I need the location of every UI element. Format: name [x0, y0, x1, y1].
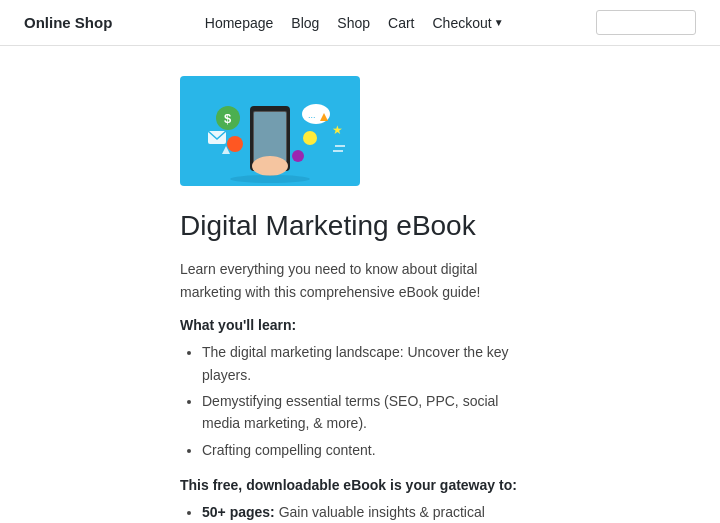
site-header: Online Shop Homepage Blog Shop Cart Chec…: [0, 0, 720, 46]
nav-homepage[interactable]: Homepage: [205, 15, 274, 31]
svg-text:...: ...: [308, 110, 316, 120]
svg-text:★: ★: [332, 123, 343, 137]
svg-rect-4: [256, 158, 284, 172]
svg-rect-2: [254, 112, 286, 162]
site-logo: Online Shop: [24, 14, 112, 31]
nav-blog[interactable]: Blog: [291, 15, 319, 31]
pages-bold-label: 50+ pages:: [202, 504, 275, 520]
gateway-list: 50+ pages: Gain valuable insights & prac…: [180, 501, 540, 523]
svg-point-18: [230, 175, 310, 183]
page-wrapper: $ ... ★: [0, 46, 720, 523]
main-nav: Homepage Blog Shop Cart Checkout ▼: [205, 15, 504, 31]
search-box[interactable]: [596, 10, 696, 35]
svg-point-10: [303, 131, 317, 145]
product-image: $ ... ★: [180, 76, 360, 186]
section1-heading: What you'll learn:: [180, 317, 540, 333]
product-content: $ ... ★: [160, 76, 560, 523]
search-input[interactable]: [596, 10, 696, 35]
product-title: Digital Marketing eBook: [180, 208, 540, 244]
nav-checkout-wrapper[interactable]: Checkout ▼: [432, 15, 503, 31]
list-item: The digital marketing landscape: Uncover…: [202, 341, 540, 386]
chevron-down-icon: ▼: [494, 17, 504, 28]
nav-shop[interactable]: Shop: [337, 15, 370, 31]
section2-heading: This free, downloadable eBook is your ga…: [180, 477, 540, 493]
list-item: Demystifying essential terms (SEO, PPC, …: [202, 390, 540, 435]
learn-list: The digital marketing landscape: Uncover…: [180, 341, 540, 461]
svg-point-11: [292, 150, 304, 162]
svg-point-9: [227, 136, 243, 152]
nav-checkout[interactable]: Checkout: [432, 15, 491, 31]
product-description: Learn everything you need to know about …: [180, 258, 540, 303]
nav-cart[interactable]: Cart: [388, 15, 414, 31]
svg-text:$: $: [224, 111, 232, 126]
list-item: Crafting compelling content.: [202, 439, 540, 461]
gateway-item-pages: 50+ pages: Gain valuable insights & prac…: [202, 501, 540, 523]
